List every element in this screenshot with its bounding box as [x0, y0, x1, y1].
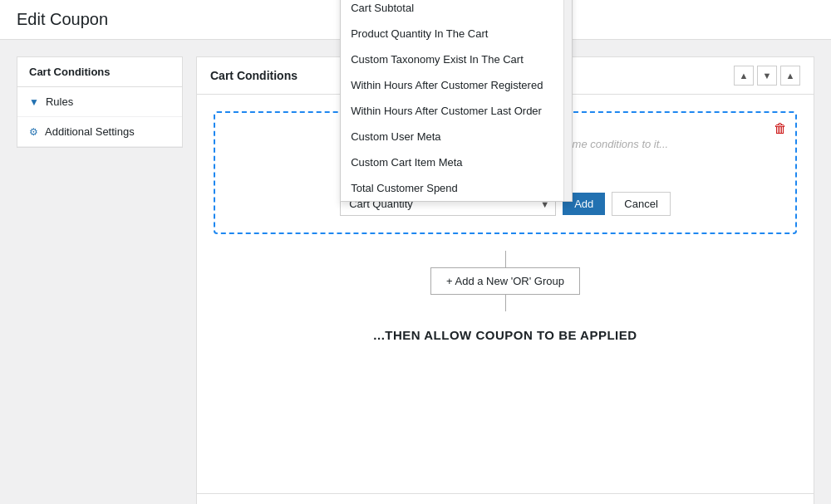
sidebar: Cart Conditions ▼ Rules ⚙ Additional Set… — [17, 56, 183, 504]
main-layout: Cart Conditions ▼ Rules ⚙ Additional Set… — [0, 40, 831, 504]
cart-conditions-panel: Cart Conditions ▲ ▼ ▲ 🗑 This is an empty… — [196, 56, 814, 504]
save-button-row: Save Cart Conditions — [197, 493, 814, 504]
connector-line-bottom — [505, 295, 506, 311]
filter-icon: ▼ — [29, 96, 39, 108]
sidebar-item-rules-label: Rules — [46, 95, 73, 108]
dropdown-option-custom-taxonomy[interactable]: Custom Taxonomy Exist In The Cart — [341, 46, 572, 72]
sidebar-section: Cart Conditions ▼ Rules ⚙ Additional Set… — [17, 56, 183, 148]
dropdown-option-custom-user-meta[interactable]: Custom User Meta — [341, 124, 572, 149]
cancel-button[interactable]: Cancel — [612, 192, 670, 216]
panel-up-button[interactable]: ▲ — [734, 66, 754, 86]
delete-group-button[interactable]: 🗑 — [774, 121, 787, 136]
add-or-group-button[interactable]: + Add a New 'OR' Group — [430, 267, 580, 295]
dropdown-option-total-customer-spend[interactable]: Total Customer Spend — [341, 175, 572, 201]
then-allow-text: ...THEN ALLOW COUPON TO BE APPLIED — [214, 328, 797, 342]
dropdown-container: Disallowed Customer User Role Cart Quant… — [340, 192, 556, 216]
panel-controls: ▲ ▼ ▲ — [734, 66, 800, 86]
page-title: Edit Coupon — [17, 10, 108, 29]
dropdown-option-within-hours-last-order[interactable]: Within Hours After Customer Last Order — [341, 98, 572, 124]
sidebar-item-additional-settings[interactable]: ⚙ Additional Settings — [17, 117, 182, 147]
or-group: 🗑 This is an empty condition group. Plea… — [214, 111, 797, 234]
dropdown-menu: Disallowed Customer User Role Cart Quant… — [340, 0, 573, 202]
sidebar-item-settings-label: Additional Settings — [45, 125, 135, 138]
content-area: Cart Conditions ▲ ▼ ▲ 🗑 This is an empty… — [196, 56, 814, 504]
panel-down-button[interactable]: ▼ — [757, 66, 777, 86]
sidebar-header: Cart Conditions — [17, 57, 182, 87]
dropdown-option-within-hours-registered[interactable]: Within Hours After Customer Registered — [341, 72, 572, 98]
page-wrapper: Edit Coupon Cart Conditions ▼ Rules ⚙ Ad… — [0, 0, 831, 504]
sidebar-item-rules[interactable]: ▼ Rules — [17, 87, 182, 117]
panel-body: 🗑 This is an empty condition group. Plea… — [197, 95, 814, 493]
dropdown-option-cart-subtotal[interactable]: Cart Subtotal — [341, 0, 572, 21]
connector-line-middle — [505, 251, 506, 267]
panel-collapse-button[interactable]: ▲ — [780, 66, 800, 86]
condition-row: Disallowed Customer User Role Cart Quant… — [232, 192, 779, 216]
panel-title: Cart Conditions — [210, 69, 297, 82]
add-or-group-section: + Add a New 'OR' Group — [214, 251, 797, 311]
gear-icon: ⚙ — [29, 126, 38, 138]
dropdown-option-product-quantity[interactable]: Product Quantity In The Cart — [341, 21, 572, 46]
dropdown-scrollbar[interactable] — [563, 0, 572, 201]
dropdown-option-custom-cart-item-meta[interactable]: Custom Cart Item Meta — [341, 149, 572, 175]
